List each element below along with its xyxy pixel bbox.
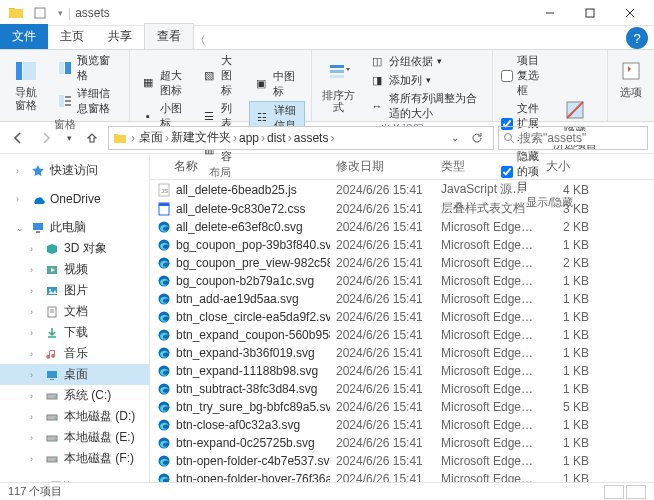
group-by-button[interactable]: ◫分组依据▾ (365, 52, 486, 70)
file-row[interactable]: bg_coupon_pop-39b3f840.svg2024/6/26 15:4… (150, 236, 654, 254)
sidebar-item[interactable]: ›系统 (C:) (0, 385, 149, 406)
breadcrumb-segment[interactable]: dist (267, 131, 286, 145)
qat-dropdown-icon[interactable]: ▾ (56, 5, 64, 21)
ribbon-collapse-button[interactable]: 〈 (194, 32, 206, 49)
file-row[interactable]: btn-open-folder-c4b7e537.svg2024/6/26 15… (150, 452, 654, 470)
breadcrumb-segment[interactable]: 新建文件夹 (171, 129, 231, 146)
file-row[interactable]: bg_coupon-b2b79a1c.svg2024/6/26 15:41Mic… (150, 272, 654, 290)
item-checkboxes-toggle[interactable]: 项目复选框 (499, 52, 543, 99)
file-row[interactable]: btn_expand-11188b98.svg2024/6/26 15:41Mi… (150, 362, 654, 380)
column-size[interactable]: 大小 (540, 154, 595, 179)
svg-text:JS: JS (161, 188, 168, 194)
layout-medium[interactable]: ▣中图标 (249, 68, 305, 100)
sidebar-quick-access[interactable]: › 快速访问 (0, 160, 149, 181)
layout-large[interactable]: ▧大图标 (197, 52, 243, 99)
svg-rect-13 (330, 65, 344, 68)
sidebar-item[interactable]: ›本地磁盘 (D:) (0, 406, 149, 427)
column-date[interactable]: 修改日期 (330, 154, 435, 179)
tab-home[interactable]: 主页 (48, 24, 96, 49)
sidebar-item[interactable]: ›3D 对象 (0, 238, 149, 259)
file-row[interactable]: all_delete-e63ef8c0.svg2024/6/26 15:41Mi… (150, 218, 654, 236)
edge-file-icon (156, 237, 172, 253)
file-row[interactable]: btn_expand-3b36f019.svg2024/6/26 15:41Mi… (150, 344, 654, 362)
search-box[interactable] (498, 126, 648, 150)
svg-point-36 (54, 438, 56, 440)
edge-file-icon (156, 327, 172, 343)
sidebar-item[interactable]: ›图片 (0, 280, 149, 301)
sidebar-item[interactable]: ›视频 (0, 259, 149, 280)
file-row[interactable]: btn_close_circle-ea5da9f2.svg2024/6/26 1… (150, 308, 654, 326)
sidebar-item[interactable]: ›音乐 (0, 343, 149, 364)
svg-point-25 (49, 289, 51, 291)
close-button[interactable] (610, 1, 650, 25)
search-input[interactable] (519, 131, 643, 145)
drive-icon (44, 409, 60, 425)
tab-view[interactable]: 查看 (144, 23, 194, 49)
svg-rect-10 (65, 96, 71, 98)
drive-icon (44, 430, 60, 446)
sort-button[interactable]: 排序方式 (318, 59, 359, 115)
column-name[interactable]: 名称 (150, 154, 330, 179)
sidebar-network[interactable]: › 网络 (0, 477, 149, 482)
nav-pane-button[interactable]: 导航窗格 (6, 56, 47, 112)
file-list: 名称 修改日期 类型 大小 JSall_delete-6beadb25.js20… (150, 154, 654, 482)
tab-share[interactable]: 共享 (96, 24, 144, 49)
sidebar-onedrive[interactable]: › OneDrive (0, 189, 149, 209)
file-row[interactable]: btn-expand-0c25725b.svg2024/6/26 15:41Mi… (150, 434, 654, 452)
drive-icon (44, 451, 60, 467)
svg-rect-8 (65, 62, 71, 74)
sidebar-item[interactable]: ›文档 (0, 301, 149, 322)
up-button[interactable] (80, 126, 104, 150)
sidebar-item[interactable]: ›桌面 (0, 364, 149, 385)
details-pane-button[interactable]: 详细信息窗格 (53, 85, 123, 117)
svg-rect-5 (16, 62, 22, 80)
file-row[interactable]: btn-open-folder-hover-76f36af7.svg2024/6… (150, 470, 654, 482)
file-row[interactable]: btn_try_sure_bg-bbfc89a5.svg2024/6/26 15… (150, 398, 654, 416)
maximize-button[interactable] (570, 1, 610, 25)
refresh-button[interactable] (465, 126, 489, 150)
svg-rect-11 (65, 100, 71, 102)
sidebar-item[interactable]: ›下载 (0, 322, 149, 343)
file-row[interactable]: btn_expand_coupon-560b9581.svg2024/6/26 … (150, 326, 654, 344)
tab-file[interactable]: 文件 (0, 24, 48, 49)
ribbon-tabs: 文件 主页 共享 查看 〈 ? (0, 26, 654, 50)
forward-button[interactable] (34, 126, 58, 150)
file-row[interactable]: bg_coupon_pre_view-982c58f3.svg2024/6/26… (150, 254, 654, 272)
breadcrumb-segment[interactable]: 桌面 (139, 129, 163, 146)
column-type[interactable]: 类型 (435, 154, 540, 179)
status-details-view[interactable] (604, 485, 624, 499)
sidebar-item[interactable]: ›本地磁盘 (F:) (0, 448, 149, 469)
svg-rect-2 (586, 9, 594, 17)
preview-pane-button[interactable]: 预览窗格 (53, 52, 123, 84)
address-bar: ▾ › 桌面›新建文件夹›app›dist›assets› ⌄ (0, 122, 654, 154)
breadcrumb-segment[interactable]: assets (294, 131, 329, 145)
qat-icon[interactable] (32, 5, 48, 21)
minimize-button[interactable] (530, 1, 570, 25)
search-icon (503, 132, 515, 144)
ribbon-group-currentview: 排序方式 ◫分组依据▾ ◨添加列▾ ↔将所有列调整为合适的大小 当前视图 (312, 50, 493, 121)
svg-rect-21 (33, 223, 43, 230)
help-button[interactable]: ? (626, 27, 648, 49)
recent-button[interactable]: ▾ (62, 126, 76, 150)
file-row[interactable]: btn_add-ae19d5aa.svg2024/6/26 15:41Micro… (150, 290, 654, 308)
back-button[interactable] (6, 126, 30, 150)
options-button[interactable]: 选项 (614, 56, 648, 100)
status-icons-view[interactable] (626, 485, 646, 499)
sidebar-this-pc[interactable]: ⌄ 此电脑 (0, 217, 149, 238)
file-row[interactable]: all_delete-9c830e72.css2024/6/26 15:41层叠… (150, 199, 654, 218)
add-columns-button[interactable]: ◨添加列▾ (365, 71, 486, 89)
breadcrumb-segment[interactable]: app (239, 131, 259, 145)
svg-rect-6 (23, 62, 36, 80)
address-dropdown[interactable]: ⌄ (447, 126, 463, 150)
svg-rect-18 (623, 63, 639, 79)
folder-icon (44, 346, 60, 362)
file-row[interactable]: btn-close-af0c32a3.svg2024/6/26 15:41Mic… (150, 416, 654, 434)
file-row[interactable]: btn_subtract-38fc3d84.svg2024/6/26 15:41… (150, 380, 654, 398)
file-row[interactable]: JSall_delete-6beadb25.js2024/6/26 15:41J… (150, 180, 654, 199)
sidebar-item[interactable]: ›本地磁盘 (E:) (0, 427, 149, 448)
network-icon (30, 480, 46, 483)
size-all-columns-button[interactable]: ↔将所有列调整为合适的大小 (365, 90, 486, 122)
layout-extra-large[interactable]: ▦超大图标 (136, 67, 190, 99)
cloud-icon (30, 191, 46, 207)
breadcrumb[interactable]: › 桌面›新建文件夹›app›dist›assets› ⌄ (108, 126, 494, 150)
